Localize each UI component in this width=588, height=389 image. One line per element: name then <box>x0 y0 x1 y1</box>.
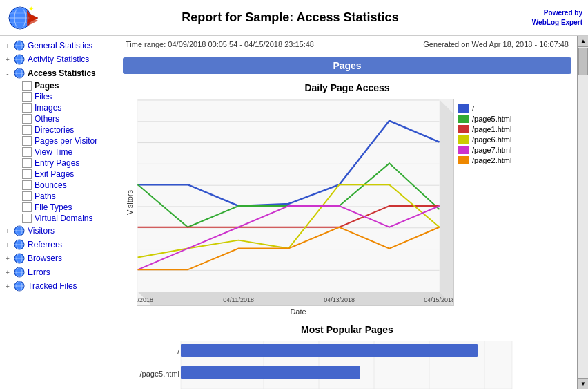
chart-container: Daily Page Access Visitors <box>117 77 577 321</box>
page-icon-file-types <box>22 202 32 212</box>
generated-label: Generated on Wed Apr 18, 2018 - 16:07:48 <box>423 40 569 48</box>
page-title: Report for Sample: Access Statistics <box>48 10 532 25</box>
scrollbar-thumb[interactable] <box>578 48 588 75</box>
legend-item-page1: /page1.html <box>458 125 511 133</box>
legend-item-slash: / <box>458 104 511 113</box>
sidebar-child-view-time[interactable]: View Time <box>19 146 117 158</box>
expand-icon-visitors: + <box>3 226 12 236</box>
main-layout: + General Statistics + Activity Statisti… <box>0 36 588 389</box>
svg-text:/: / <box>177 348 180 356</box>
svg-text:04/15/2018: 04/15/2018 <box>424 296 454 303</box>
line-chart-wrapper: Visitors <box>126 99 569 306</box>
expand-icon-activity: + <box>3 55 12 64</box>
legend-item-page5: /page5.html <box>458 115 511 123</box>
page-icon-virtual <box>22 214 32 223</box>
legend-label-slash: / <box>472 104 474 113</box>
chart-title: Daily Page Access <box>126 82 569 93</box>
x-axis-label: Date <box>139 307 457 316</box>
legend-color-page7 <box>458 146 469 154</box>
section-header: Pages <box>123 57 571 74</box>
y-axis-label: Visitors <box>126 190 134 215</box>
expand-icon-referrers: + <box>3 240 12 249</box>
svg-marker-33 <box>138 292 453 305</box>
bar-chart-title: Most Popular Pages <box>126 324 569 335</box>
content-inner: Time range: 04/09/2018 00:05:54 - 04/15/… <box>117 36 577 389</box>
legend-color-page5 <box>458 115 469 123</box>
expand-icon-access: - <box>3 68 12 78</box>
sidebar-child-bounces[interactable]: Bounces <box>19 180 117 191</box>
page-icon-bounces <box>22 180 32 190</box>
svg-text:✦: ✦ <box>28 5 34 12</box>
sidebar-access-children: Pages Files Images Others Directories <box>0 80 117 224</box>
scrollbar-track-empty <box>578 76 588 378</box>
sidebar-item-tracked-files[interactable]: + Tracked Files <box>0 279 117 293</box>
sidebar-label-file-types: File Types <box>35 202 72 212</box>
sidebar-item-activity-statistics[interactable]: + Activity Statistics <box>0 53 117 66</box>
sidebar-child-others[interactable]: Others <box>19 113 117 124</box>
svg-text:/page5.html: /page5.html <box>140 370 179 378</box>
sidebar-label-browsers: Browsers <box>28 254 62 263</box>
sidebar-item-errors[interactable]: + Errors <box>0 265 117 279</box>
chart-legend: / /page5.html /page1.html <box>454 99 516 172</box>
bar-chart-svg: / /page5.html <box>126 341 540 389</box>
sidebar-label-directories: Directories <box>35 125 74 135</box>
expand-icon-tracked: + <box>3 281 12 291</box>
scrollbar-up-btn[interactable]: ▲ <box>578 36 588 47</box>
sidebar-item-browsers[interactable]: + Browsers <box>0 252 117 265</box>
sidebar-label-others: Others <box>35 114 59 124</box>
legend-color-page2 <box>458 156 469 164</box>
legend-label-page2: /page2.html <box>472 156 511 164</box>
sidebar-child-file-types[interactable]: File Types <box>19 202 117 213</box>
svg-text:04/11/2018: 04/11/2018 <box>223 296 254 303</box>
sidebar-item-access-statistics[interactable]: - Access Statistics <box>0 66 117 80</box>
svg-text:04/09/2018: 04/09/2018 <box>137 296 153 303</box>
page-icon <box>22 81 32 91</box>
svg-rect-68 <box>181 366 360 379</box>
sidebar-label-images: Images <box>35 103 61 113</box>
content-area: Time range: 04/09/2018 00:05:54 - 04/15/… <box>117 36 577 389</box>
bar-chart-container: Most Popular Pages / <box>117 321 577 389</box>
app-logo: ✦ <box>6 3 40 33</box>
sidebar-item-general-statistics[interactable]: + General Statistics <box>0 39 117 53</box>
scrollbar-down-btn[interactable]: ▼ <box>578 378 588 389</box>
page-icon-ppv <box>22 136 32 146</box>
legend-label-page6: /page6.html <box>472 135 511 144</box>
sidebar-label-errors: Errors <box>28 267 50 277</box>
sidebar-child-images[interactable]: Images <box>19 102 117 113</box>
sidebar-child-virtual-domains[interactable]: Virtual Domains <box>19 213 117 224</box>
legend-item-page2: /page2.html <box>458 156 511 164</box>
legend-label-page7: /page7.html <box>472 146 511 154</box>
legend-color-page1 <box>458 125 469 133</box>
page-icon-others <box>22 114 32 124</box>
expand-icon: + <box>3 41 12 50</box>
legend-color-page6 <box>458 135 469 144</box>
svg-rect-35 <box>138 99 440 292</box>
sidebar-child-pages-per-visitor[interactable]: Pages per Visitor <box>19 135 117 146</box>
sidebar-child-pages[interactable]: Pages <box>19 80 117 91</box>
page-icon-images <box>22 103 32 113</box>
svg-text:04/13/2018: 04/13/2018 <box>324 296 355 303</box>
sidebar-label-ppv: Pages per Visitor <box>35 136 97 146</box>
sidebar-label-entry-pages: Entry Pages <box>35 158 79 168</box>
scrollbar[interactable]: ▲ ▼ <box>577 36 588 389</box>
header: ✦ Report for Sample: Access Statistics P… <box>0 0 588 36</box>
sidebar-item-referrers[interactable]: + Referrers <box>0 238 117 252</box>
legend-item-page7: /page7.html <box>458 146 511 154</box>
sidebar-label-pages: Pages <box>35 81 59 91</box>
sidebar-label-files: Files <box>35 92 52 102</box>
sidebar-child-files[interactable]: Files <box>19 91 117 102</box>
sidebar-label-exit-pages: Exit Pages <box>35 169 74 179</box>
sidebar-label-bounces: Bounces <box>35 180 67 190</box>
sidebar-child-directories[interactable]: Directories <box>19 124 117 135</box>
sidebar-child-exit-pages[interactable]: Exit Pages <box>19 169 117 180</box>
sidebar-child-entry-pages[interactable]: Entry Pages <box>19 158 117 169</box>
sidebar-label-visitors: Visitors <box>28 226 55 236</box>
page-icon-view-time <box>22 147 32 157</box>
brand-name[interactable]: WebLog Expert <box>532 19 582 26</box>
line-chart-svg: 0 5 10 15 20 25 30 35 40 45 <box>137 99 454 306</box>
legend-label-page1: /page1.html <box>472 125 511 133</box>
sidebar-child-paths[interactable]: Paths <box>19 191 117 202</box>
sidebar-item-visitors[interactable]: + Visitors <box>0 224 117 238</box>
sidebar-label-paths: Paths <box>35 191 56 201</box>
legend-label-page5: /page5.html <box>472 115 511 123</box>
